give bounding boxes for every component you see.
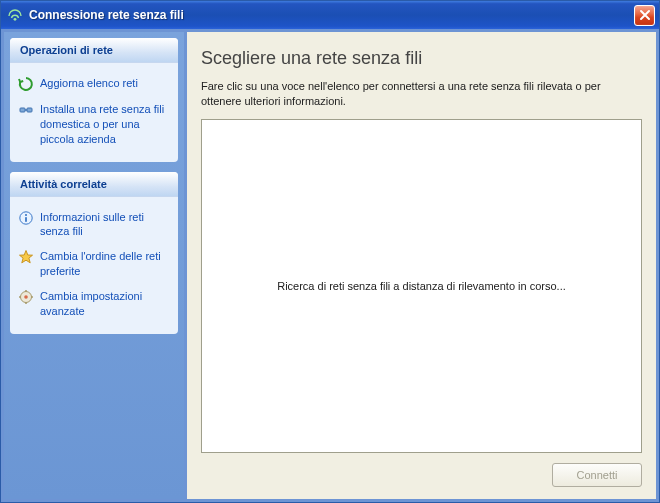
sidebar-item-advanced[interactable]: Cambia impostazioni avanzate bbox=[16, 284, 172, 324]
sidebar-item-label: Informazioni sulle reti senza fili bbox=[40, 210, 170, 240]
svg-rect-5 bbox=[25, 217, 27, 222]
svg-rect-2 bbox=[27, 108, 32, 112]
sidebar-item-label: Cambia impostazioni avanzate bbox=[40, 289, 170, 319]
wireless-icon bbox=[7, 7, 23, 23]
panel-header-network-tasks: Operazioni di rete bbox=[10, 38, 178, 63]
svg-point-0 bbox=[14, 18, 17, 21]
main-content: Scegliere una rete senza fili Fare clic … bbox=[187, 32, 656, 499]
panel-body: Informazioni sulle reti senza fili Cambi… bbox=[10, 197, 178, 334]
svg-rect-1 bbox=[20, 108, 25, 112]
svg-point-4 bbox=[25, 213, 27, 215]
sidebar-item-order[interactable]: Cambia l'ordine delle reti preferite bbox=[16, 244, 172, 284]
refresh-icon bbox=[18, 76, 34, 92]
sidebar: Operazioni di rete Aggiorna elenco reti … bbox=[4, 32, 184, 499]
sidebar-item-refresh[interactable]: Aggiorna elenco reti bbox=[16, 71, 172, 97]
page-title: Scegliere una rete senza fili bbox=[201, 48, 642, 69]
dialog-window: Connessione rete senza fili Operazioni d… bbox=[0, 0, 660, 503]
search-status: Ricerca di reti senza fili a distanza di… bbox=[277, 280, 566, 292]
setup-icon bbox=[18, 102, 34, 118]
panel-network-tasks: Operazioni di rete Aggiorna elenco reti … bbox=[10, 38, 178, 162]
close-button[interactable] bbox=[634, 5, 655, 26]
star-icon bbox=[18, 249, 34, 265]
settings-icon bbox=[18, 289, 34, 305]
sidebar-item-label: Cambia l'ordine delle reti preferite bbox=[40, 249, 170, 279]
sidebar-item-info[interactable]: Informazioni sulle reti senza fili bbox=[16, 205, 172, 245]
title-bar[interactable]: Connessione rete senza fili bbox=[1, 1, 659, 29]
sidebar-item-label: Installa una rete senza fili domestica o… bbox=[40, 102, 170, 147]
panel-body: Aggiorna elenco reti Installa una rete s… bbox=[10, 63, 178, 162]
panel-header-related-tasks: Attività correlate bbox=[10, 172, 178, 197]
close-icon bbox=[639, 9, 651, 21]
connect-button[interactable]: Connetti bbox=[552, 463, 642, 487]
svg-point-7 bbox=[24, 295, 28, 299]
button-row: Connetti bbox=[201, 453, 642, 487]
info-icon bbox=[18, 210, 34, 226]
window-body: Operazioni di rete Aggiorna elenco reti … bbox=[1, 29, 659, 502]
page-subtext: Fare clic su una voce nell'elenco per co… bbox=[201, 79, 642, 109]
sidebar-item-setup[interactable]: Installa una rete senza fili domestica o… bbox=[16, 97, 172, 152]
network-list[interactable]: Ricerca di reti senza fili a distanza di… bbox=[201, 119, 642, 453]
sidebar-item-label: Aggiorna elenco reti bbox=[40, 76, 170, 91]
window-title: Connessione rete senza fili bbox=[29, 8, 634, 22]
panel-related-tasks: Attività correlate Informazioni sulle re… bbox=[10, 172, 178, 334]
